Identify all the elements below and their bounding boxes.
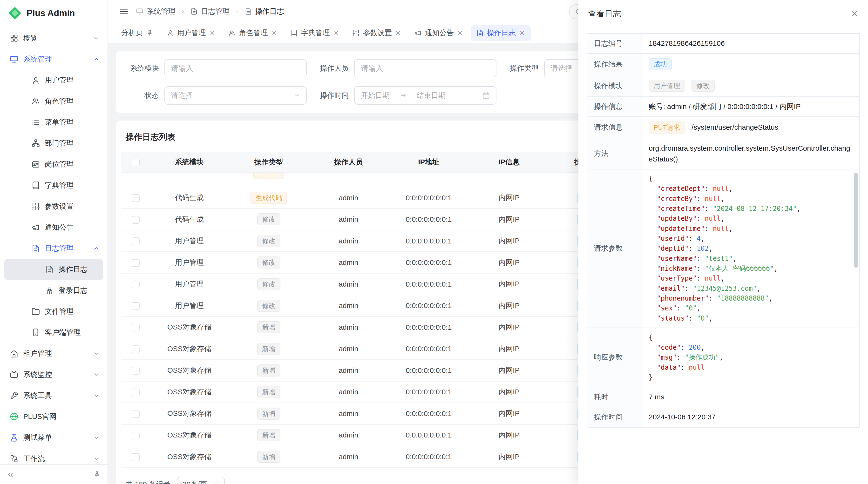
scrollbar-thumb[interactable] — [854, 172, 858, 268]
sidebar-item-menu-management[interactable]: 菜单管理 — [0, 112, 107, 133]
module-input[interactable] — [164, 59, 307, 77]
column-header-type[interactable]: 操作类型 — [228, 152, 309, 172]
column-header-module[interactable]: 系统模块 — [150, 152, 228, 172]
sidebar-item-param-settings[interactable]: 参数设置 — [0, 196, 107, 217]
row-checkbox[interactable] — [132, 237, 140, 245]
row-checkbox[interactable] — [132, 216, 140, 224]
status-select[interactable]: 请选择 — [164, 86, 307, 105]
op-type-tag: 修改 — [257, 213, 280, 226]
tab-operation-log[interactable]: 操作日志 — [471, 25, 531, 41]
sidebar-item-client-management[interactable]: 客户端管理 — [0, 322, 107, 343]
log-id-value: 1842781986426159106 — [642, 33, 860, 54]
filter-label: 操作人员 — [316, 63, 349, 73]
sidebar-item-file-management[interactable]: 文件管理 — [0, 301, 107, 322]
detail-label: 操作结果 — [587, 54, 642, 75]
sidebar-item-log-management[interactable]: 日志管理 — [0, 238, 107, 259]
cell-ip-info: 内网IP — [469, 424, 549, 446]
file-text-icon — [32, 245, 40, 253]
row-checkbox[interactable] — [132, 302, 140, 310]
close-icon[interactable] — [271, 30, 277, 36]
operator-input[interactable] — [354, 59, 496, 77]
filter-field-module: 系统模块 — [126, 59, 307, 77]
sidebar-item-workflow[interactable]: 工作流 — [0, 448, 107, 464]
detail-row-request-params: 请求参数 { "createDept": null, "createBy": n… — [587, 169, 860, 328]
cell-operator: admin — [309, 252, 388, 273]
close-icon[interactable] — [209, 30, 215, 36]
row-checkbox[interactable] — [132, 453, 140, 461]
tab-dict-management[interactable]: 字典管理 — [285, 25, 345, 41]
hamburger-icon[interactable] — [119, 7, 128, 16]
row-checkbox[interactable] — [132, 410, 140, 418]
chevron-up-icon — [93, 56, 100, 63]
sidebar-item-post-management[interactable]: 岗位管理 — [0, 154, 107, 175]
cell-module: 用户管理 — [150, 273, 228, 295]
sidebar-item-label: 租户管理 — [23, 349, 93, 358]
sidebar-item-dept-management[interactable]: 部门管理 — [0, 133, 107, 154]
breadcrumb-item-log[interactable]: 日志管理 — [190, 6, 230, 17]
close-icon[interactable] — [333, 30, 339, 36]
breadcrumb-item-operation-log[interactable]: 操作日志 — [245, 6, 284, 17]
close-icon[interactable] — [395, 30, 401, 36]
breadcrumb-item-system[interactable]: 系统管理 — [136, 6, 176, 17]
sidebar-collapse-icon[interactable] — [7, 471, 14, 479]
sidebar-item-system-management[interactable]: 系统管理 — [0, 49, 107, 70]
filter-label: 状态 — [126, 91, 159, 100]
sidebar-item-plus-website[interactable]: PLUS官网 — [0, 406, 107, 427]
column-header-ip[interactable]: IP地址 — [388, 152, 469, 172]
time-range-picker[interactable]: 开始日期 结束日期 — [354, 86, 496, 105]
row-checkbox[interactable] — [132, 389, 140, 396]
cell-module: 用户管理 — [150, 230, 228, 252]
sidebar-item-notice[interactable]: 通知公告 — [0, 217, 107, 238]
sidebar-item-role-management[interactable]: 角色管理 — [0, 91, 107, 111]
tab-param-settings[interactable]: 参数设置 — [347, 25, 407, 41]
sidebar-item-system-monitor[interactable]: 系统监控 — [0, 364, 107, 385]
sidebar-item-label: 系统工具 — [23, 391, 93, 400]
close-icon[interactable] — [850, 10, 859, 18]
cell-operator: admin — [309, 187, 388, 209]
column-header-operator[interactable]: 操作人员 — [309, 152, 388, 172]
sidebar-item-overview[interactable]: 概览 — [0, 28, 107, 49]
cell-module: OSS对象存储 — [150, 381, 228, 403]
sidebar-item-system-tools[interactable]: 系统工具 — [0, 385, 107, 406]
row-checkbox[interactable] — [132, 324, 140, 331]
request-method-tag: PUT请求 — [649, 122, 685, 134]
cell-ip: 0:0:0:0:0:0:0:1 — [388, 295, 469, 317]
cell-operator: admin — [309, 317, 388, 338]
row-checkbox[interactable] — [132, 432, 140, 440]
breadcrumb-label: 日志管理 — [201, 6, 229, 17]
sidebar-item-operation-log[interactable]: 操作日志 — [4, 259, 103, 280]
row-checkbox[interactable] — [132, 346, 140, 353]
tab-role-management[interactable]: 角色管理 — [223, 25, 283, 41]
cell-ip-info: 内网IP — [469, 317, 549, 338]
row-checkbox[interactable] — [132, 367, 140, 375]
sidebar-item-user-management[interactable]: 用户管理 — [0, 70, 107, 91]
detail-label: 耗时 — [587, 387, 642, 407]
page-size-select[interactable]: 20条/页 — [177, 477, 224, 484]
sidebar-pin-icon[interactable] — [93, 471, 101, 479]
close-icon[interactable] — [519, 30, 525, 36]
tab-notice[interactable]: 通知公告 — [409, 25, 469, 41]
row-checkbox[interactable] — [132, 259, 140, 267]
chevron-down-icon — [93, 371, 100, 378]
row-checkbox[interactable] — [132, 194, 140, 202]
sidebar-item-label: 用户管理 — [45, 75, 100, 85]
sidebar-item-login-log[interactable]: 登录日志 — [0, 280, 107, 301]
detail-row-response-params: 响应参数 { "code": 200, "msg": "操作成功", "data… — [587, 328, 860, 387]
select-all-checkbox[interactable] — [132, 159, 140, 166]
sidebar-item-label: 操作日志 — [59, 264, 95, 274]
breadcrumb-label: 操作日志 — [255, 6, 284, 17]
sidebar-item-tenant-management[interactable]: 租户管理 — [0, 343, 107, 364]
column-header-ip-info[interactable]: IP信息 — [469, 152, 549, 172]
cell-module: 代码生成 — [150, 208, 228, 230]
cell-operator: admin — [309, 338, 388, 360]
sidebar-item-dict-management[interactable]: 字典管理 — [0, 175, 107, 196]
cell-operator: admin — [309, 230, 388, 252]
sidebar-item-test-menu[interactable]: 测试菜单 — [0, 427, 107, 448]
close-icon[interactable] — [457, 30, 463, 36]
app-logo[interactable]: Plus Admin — [0, 0, 107, 27]
tab-analysis[interactable]: 分析页 — [116, 25, 159, 41]
detail-label: 操作模块 — [587, 75, 642, 96]
tab-user-management[interactable]: 用户管理 — [161, 25, 221, 41]
row-checkbox[interactable] — [132, 281, 140, 288]
sidebar-item-label: 登录日志 — [59, 286, 100, 295]
